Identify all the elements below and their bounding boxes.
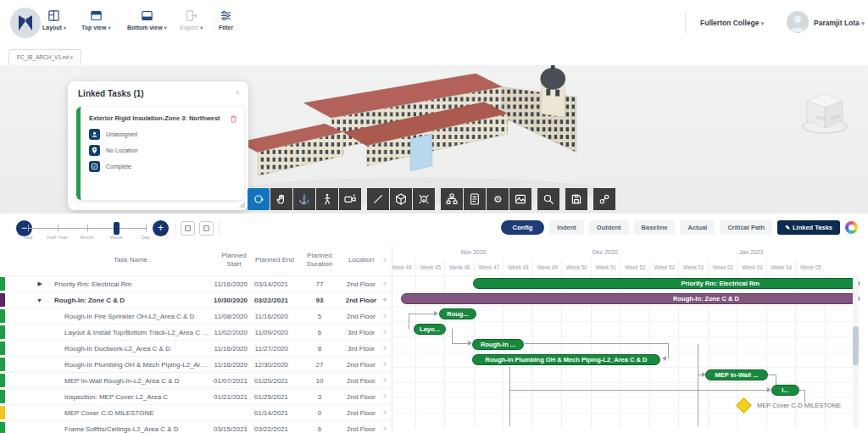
gantt-bar[interactable]: MEP In-Wall ... xyxy=(705,369,768,380)
panel-resize-handle[interactable] xyxy=(239,202,245,208)
table-row[interactable]: Frame Soffits/Ceilings-L2_Area C & D 03/… xyxy=(0,421,392,433)
slider-tick xyxy=(58,225,58,231)
measure-icon[interactable] xyxy=(367,188,389,210)
gantt-bar[interactable]: I... xyxy=(771,385,799,396)
week-label: Week 01 xyxy=(678,260,709,275)
table-row[interactable]: Rough-In Fire Sprinkler OH-L2_Area C & D… xyxy=(0,308,392,325)
col-location[interactable]: Location xyxy=(344,256,378,264)
walk-icon[interactable] xyxy=(316,188,338,210)
planned-end: 03/22/2021 xyxy=(254,297,295,304)
model-tab[interactable]: FC_IB_ARCH_V1.rvt ▾ xyxy=(8,49,81,65)
milestone-diamond[interactable] xyxy=(736,397,751,413)
explode-cube-icon[interactable] xyxy=(413,188,435,210)
gantt-body[interactable]: Priority Rm: Electrical RmRough-In: Zone… xyxy=(392,275,860,428)
row-add-icon[interactable]: + xyxy=(378,280,392,288)
task-name: Rough-In Plumbing OH & Mech Piping-L2_Ar… xyxy=(47,361,214,369)
anchor-icon[interactable]: ⚓ xyxy=(293,188,315,210)
row-add-icon[interactable]: + xyxy=(378,312,392,320)
row-add-icon[interactable]: + xyxy=(378,328,392,336)
row-add-icon[interactable]: + xyxy=(378,344,392,353)
row-add-icon[interactable]: + xyxy=(378,360,392,369)
linked-task-card[interactable]: Exterior Rigid Insulation-Zone 3: Northw… xyxy=(76,107,244,200)
gantt-bar[interactable]: Layo... xyxy=(414,324,446,335)
gantt-bar[interactable]: Roug... xyxy=(439,308,476,319)
config-button[interactable]: Config xyxy=(501,220,545,235)
table-row[interactable]: Rough-In Plumbing OH & Mech Piping-L2_Ar… xyxy=(0,357,392,373)
top-view-label: Top view xyxy=(81,25,106,31)
color-wheel-icon[interactable] xyxy=(845,221,858,234)
actual-button[interactable]: Actual xyxy=(680,220,715,235)
table-row[interactable]: MEP Cover C-D MILESTONE 01/14/2021 0 2nd… xyxy=(0,405,392,421)
row-expander[interactable]: ▶ xyxy=(5,280,47,287)
row-add-icon[interactable]: + xyxy=(378,296,392,304)
filter-label: Filter xyxy=(219,25,233,31)
save-icon[interactable] xyxy=(565,188,587,210)
linked-task-name: Exterior Rigid Insulation-Zone 3: Northw… xyxy=(81,107,244,126)
location: 2nd Floor xyxy=(344,361,378,369)
gantt-bar[interactable]: Rough-In: Zone C & D xyxy=(401,293,860,304)
filter-icon xyxy=(219,8,233,23)
critical-path-button[interactable]: Critical Path xyxy=(720,220,772,235)
col-planned-start[interactable]: Planned Start xyxy=(214,252,254,268)
gantt-scrollbar[interactable] xyxy=(853,275,859,428)
row-expander[interactable]: ▼ xyxy=(5,297,47,303)
gantt-bar[interactable]: Rough-In ... xyxy=(472,339,524,350)
pen-icon: ✎ xyxy=(785,225,790,230)
view-cube[interactable]: BACK LEFT xyxy=(798,89,851,138)
user-menu[interactable]: Paramjit Lota ▾ xyxy=(814,19,865,27)
row-add-icon[interactable]: + xyxy=(378,425,392,433)
table-row[interactable]: ▼ Rough-In: Zone C & D 10/30/2020 03/22/… xyxy=(0,292,392,308)
bottom-view-button[interactable]: Bottom view ▾ xyxy=(127,8,167,31)
settings-icon[interactable]: ⚙ xyxy=(487,188,509,210)
hierarchy-icon[interactable] xyxy=(441,188,463,210)
camera-icon[interactable] xyxy=(339,188,361,210)
search-icon[interactable] xyxy=(537,188,559,210)
row-add-icon[interactable]: + xyxy=(378,376,392,385)
app-logo-icon[interactable] xyxy=(10,8,41,38)
scrollbar-thumb[interactable] xyxy=(853,326,859,365)
avatar[interactable] xyxy=(787,11,809,33)
col-planned-duration[interactable]: Planned Duration xyxy=(295,252,344,268)
table-row[interactable]: Layout & Install Top/Bottom Track-L2_Are… xyxy=(0,325,392,341)
collapse-all-icon[interactable] xyxy=(181,221,195,236)
tenant-selector[interactable]: Fullerton College ▾ xyxy=(700,19,764,27)
table-row[interactable]: ▶ Priority Rm: Electrical Rm 11/16/2020 … xyxy=(0,276,392,292)
layout-button[interactable]: Layout ▾ xyxy=(42,8,66,31)
dependency-line xyxy=(409,314,409,330)
dependency-line xyxy=(452,343,469,344)
header-divider xyxy=(685,12,686,34)
orbit-icon[interactable] xyxy=(248,188,270,210)
slider-handle[interactable] xyxy=(114,222,120,235)
table-row[interactable]: Rough-In Ductwork-L2_Area C & D 11/16/20… xyxy=(0,341,392,357)
table-row[interactable]: Inspection: MEP Cover L2_Area C 01/21/20… xyxy=(0,389,392,405)
outdent-button[interactable]: Outdent xyxy=(589,220,629,235)
row-add-icon[interactable]: + xyxy=(378,392,392,401)
planned-duration: 6 xyxy=(295,329,344,336)
link-icon[interactable] xyxy=(593,188,615,210)
section-cube-icon[interactable] xyxy=(390,188,412,210)
gantt-bar[interactable]: Priority Rm: Electrical Rm xyxy=(473,278,860,289)
model-viewer[interactable]: BACK LEFT Linked Tasks (1) × Exterior Ri… xyxy=(0,65,868,214)
indent-button[interactable]: Indent xyxy=(549,220,584,235)
week-label: Week 47 xyxy=(474,260,504,275)
timescale-slider[interactable]: Year Half Year Month Week Day xyxy=(28,228,146,229)
appearance-icon[interactable] xyxy=(509,188,531,210)
col-planned-end[interactable]: Planned End xyxy=(254,256,295,264)
row-add-icon[interactable]: + xyxy=(378,408,392,417)
gantt-buttons: Config Indent Outdent Baseline Actual Cr… xyxy=(501,220,858,235)
expand-all-icon[interactable] xyxy=(199,221,214,236)
filter-button[interactable]: Filter xyxy=(219,8,233,31)
delete-icon[interactable] xyxy=(229,114,238,124)
table-row[interactable]: MEP In-Wall Rough-In-L2_Area C & D 01/07… xyxy=(0,373,392,389)
pan-icon[interactable] xyxy=(270,188,292,210)
add-column-icon[interactable]: + xyxy=(378,256,392,265)
gantt-bar[interactable]: Rough-In Plumbing OH & Mech Piping-L2_Ar… xyxy=(472,354,660,365)
properties-icon[interactable] xyxy=(464,188,486,210)
baseline-button[interactable]: Baseline xyxy=(634,220,676,235)
dependency-line xyxy=(525,343,669,344)
close-icon[interactable]: × xyxy=(235,88,240,97)
col-task-name[interactable]: Task Name xyxy=(47,256,214,264)
linked-tasks-button[interactable]: ✎Linked Tasks xyxy=(777,220,840,235)
top-view-button[interactable]: Top view ▾ xyxy=(81,8,110,31)
zoom-in-button[interactable]: + xyxy=(153,220,169,236)
